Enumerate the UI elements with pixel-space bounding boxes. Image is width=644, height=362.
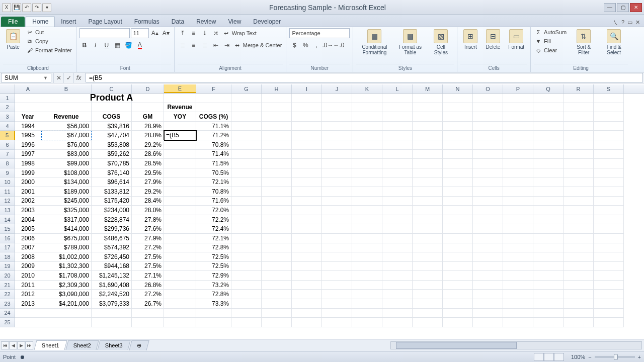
cell[interactable] <box>382 271 413 281</box>
row-header[interactable]: 10 <box>0 177 15 187</box>
cell[interactable] <box>352 271 382 281</box>
cell[interactable] <box>164 234 196 243</box>
cell[interactable] <box>352 103 382 113</box>
cell[interactable] <box>564 177 594 187</box>
cell[interactable] <box>292 290 322 299</box>
cell[interactable] <box>352 215 382 225</box>
cell[interactable] <box>231 168 262 178</box>
cell[interactable] <box>352 150 382 159</box>
save-icon[interactable]: 💾 <box>12 3 21 12</box>
decrease-indent-icon[interactable]: ⇤ <box>211 40 221 50</box>
cell[interactable]: $108,000 <box>41 168 92 178</box>
cell[interactable] <box>196 94 231 103</box>
cell[interactable] <box>382 140 413 150</box>
column-header-A[interactable]: A <box>15 84 41 93</box>
cell[interactable] <box>164 262 196 272</box>
cell[interactable] <box>322 122 352 131</box>
cell[interactable] <box>15 94 41 103</box>
cell[interactable] <box>382 243 413 253</box>
cell[interactable] <box>594 309 624 318</box>
cell[interactable] <box>262 299 292 309</box>
cell[interactable] <box>231 150 262 159</box>
cell[interactable] <box>443 271 473 281</box>
cell[interactable] <box>564 140 594 150</box>
cell[interactable] <box>594 122 624 131</box>
cell[interactable]: 72.2% <box>196 215 231 225</box>
cell[interactable] <box>503 177 533 187</box>
cell[interactable] <box>564 262 594 272</box>
cell[interactable] <box>594 215 624 225</box>
cell[interactable] <box>322 187 352 197</box>
row-header[interactable]: 24 <box>0 309 15 318</box>
cell[interactable]: 1996 <box>15 140 41 150</box>
cell[interactable] <box>443 243 473 253</box>
cell[interactable] <box>352 243 382 253</box>
cell[interactable] <box>262 103 292 113</box>
cell[interactable]: $53,808 <box>92 140 132 150</box>
cell[interactable] <box>322 159 352 168</box>
cell[interactable] <box>132 94 164 103</box>
cell[interactable] <box>443 168 473 178</box>
cell[interactable] <box>292 159 322 168</box>
fill-color-icon[interactable]: 🪣 <box>124 40 134 50</box>
row-header[interactable]: 2 <box>0 103 15 113</box>
cell[interactable]: 72.4% <box>196 224 231 234</box>
cell[interactable] <box>533 177 564 187</box>
cell[interactable] <box>564 252 594 262</box>
sheet-nav-prev-icon[interactable]: ◀ <box>9 341 17 349</box>
cell[interactable] <box>473 177 503 187</box>
cell[interactable]: $325,000 <box>41 206 92 215</box>
cell[interactable] <box>503 281 533 290</box>
cell[interactable] <box>231 159 262 168</box>
name-box-dropdown-icon[interactable]: ▼ <box>43 75 48 80</box>
row-header[interactable]: 17 <box>0 243 15 253</box>
cell[interactable] <box>352 281 382 290</box>
name-box[interactable]: SUM ▼ <box>1 73 51 82</box>
cell[interactable] <box>382 112 413 122</box>
cell[interactable]: 1998 <box>15 159 41 168</box>
cell[interactable] <box>473 150 503 159</box>
cell[interactable] <box>352 318 382 327</box>
cell[interactable] <box>533 122 564 131</box>
row-header[interactable]: 14 <box>0 215 15 225</box>
cell[interactable]: $133,812 <box>92 187 132 197</box>
row-header[interactable]: 23 <box>0 299 15 309</box>
copy-button[interactable]: ⧉Copy <box>25 37 73 45</box>
column-header-B[interactable]: B <box>41 84 92 93</box>
cell[interactable]: $47,704 <box>92 131 132 140</box>
cell[interactable] <box>413 262 443 272</box>
cell[interactable] <box>443 318 473 327</box>
cell[interactable] <box>292 197 322 206</box>
cell[interactable] <box>382 94 413 103</box>
page-layout-view-icon[interactable] <box>544 353 554 361</box>
cell[interactable] <box>164 140 196 150</box>
cell[interactable] <box>413 309 443 318</box>
cell[interactable] <box>443 262 473 272</box>
cell[interactable] <box>322 252 352 262</box>
cell[interactable] <box>594 187 624 197</box>
cell[interactable] <box>352 187 382 197</box>
cell[interactable] <box>322 309 352 318</box>
align-center-icon[interactable]: ≡ <box>189 40 199 50</box>
cell[interactable]: $486,675 <box>92 234 132 243</box>
cell[interactable] <box>164 318 196 327</box>
sheet-tab-sheet1[interactable]: Sheet1 <box>34 340 67 350</box>
cell[interactable] <box>164 309 196 318</box>
cell[interactable]: 1995 <box>15 131 41 140</box>
cell[interactable] <box>262 290 292 299</box>
cell[interactable] <box>473 262 503 272</box>
cell[interactable] <box>473 206 503 215</box>
cell[interactable]: $175,420 <box>92 197 132 206</box>
cell[interactable]: $67,000 <box>41 131 92 140</box>
cell[interactable] <box>262 318 292 327</box>
cell[interactable] <box>231 197 262 206</box>
delete-cells-button[interactable]: ⊟Delete <box>482 28 503 51</box>
cell[interactable]: COGS <box>92 112 132 122</box>
cell[interactable] <box>382 159 413 168</box>
cell[interactable]: 2006 <box>15 234 41 243</box>
cell[interactable]: Revenue <box>41 112 92 122</box>
sheet-nav-next-icon[interactable]: ▶ <box>17 341 25 349</box>
cell[interactable] <box>352 252 382 262</box>
tab-page-layout[interactable]: Page Layout <box>82 17 128 27</box>
cell[interactable] <box>503 243 533 253</box>
